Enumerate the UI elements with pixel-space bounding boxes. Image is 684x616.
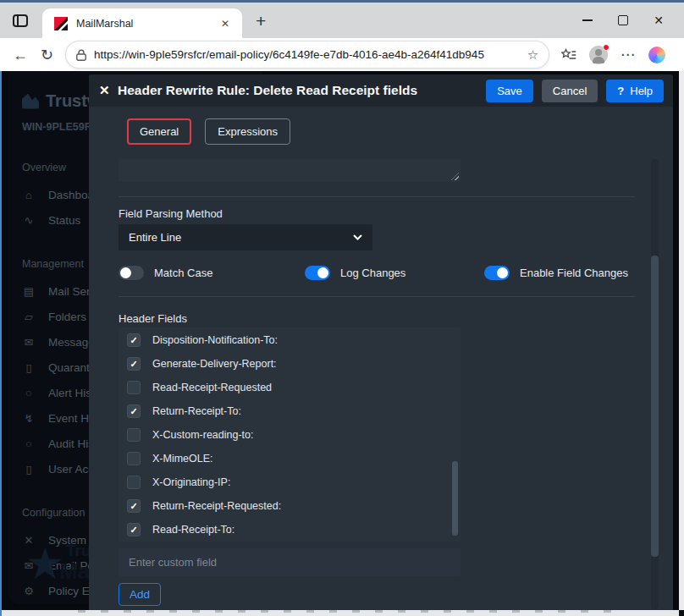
new-tab-icon[interactable]: + bbox=[256, 12, 266, 30]
match-case-toggle[interactable] bbox=[119, 266, 144, 280]
header-field-label: Return-Receipt-Requested: bbox=[152, 500, 281, 512]
page-footer-strip bbox=[2, 610, 679, 616]
back-icon[interactable]: ← bbox=[13, 47, 28, 63]
checkbox[interactable] bbox=[127, 428, 141, 442]
refresh-icon[interactable]: ↻ bbox=[41, 47, 53, 63]
checkbox[interactable]: ✓ bbox=[127, 523, 141, 536]
profile-avatar-icon[interactable] bbox=[589, 46, 608, 64]
checkbox[interactable] bbox=[127, 476, 141, 489]
enable-field-changes-toggle[interactable] bbox=[484, 266, 510, 280]
header-field-label: X-MimeOLE: bbox=[152, 453, 213, 465]
header-field-label: X-Custom-reading-to: bbox=[152, 429, 254, 441]
header-field-row[interactable]: X-MimeOLE: bbox=[119, 447, 461, 470]
header-field-label: Return-Receipt-To: bbox=[152, 405, 241, 417]
field-parsing-value: Entire Line bbox=[129, 231, 181, 244]
header-fields-label: Header Fields bbox=[119, 312, 187, 325]
cancel-button[interactable]: Cancel bbox=[542, 80, 598, 102]
checkbox[interactable] bbox=[127, 452, 141, 465]
tab-close-icon[interactable]: ✕ bbox=[217, 16, 234, 31]
help-button[interactable]: ?Help bbox=[606, 80, 664, 102]
browser-tab[interactable]: MailMarshal ✕ bbox=[42, 8, 242, 38]
header-field-row[interactable]: ✓Generate-Delivery-Report: bbox=[119, 352, 461, 376]
header-field-row[interactable]: ✓Return-Receipt-To: bbox=[119, 399, 461, 423]
page-background: Trustwave WIN-9PLE59RSFCR Overview⌂Dashb… bbox=[0, 71, 684, 616]
match-case-label: Match Case bbox=[154, 267, 212, 279]
field-parsing-label: Field Parsing Method bbox=[119, 207, 223, 220]
tab-expressions[interactable]: Expressions bbox=[205, 118, 290, 145]
divider bbox=[119, 296, 635, 297]
header-fields-list[interactable]: ✓Disposition-Notification-To:✓Generate-D… bbox=[119, 327, 461, 542]
browser-toolbar: ← ↻ https://win-9ple59rsfcr/email-policy… bbox=[0, 38, 684, 71]
chevron-down-icon bbox=[353, 234, 362, 240]
header-field-row[interactable]: Read-Receipt-Requested bbox=[119, 376, 461, 399]
description-textarea[interactable] bbox=[119, 159, 461, 182]
dialog-title: Header Rewrite Rule: Delete Read Receipt… bbox=[118, 83, 486, 98]
header-field-label: Generate-Delivery-Report: bbox=[152, 358, 277, 370]
field-parsing-select[interactable]: Entire Line bbox=[119, 224, 372, 250]
help-label: Help bbox=[630, 85, 653, 97]
dialog-actions: Save Cancel ?Help bbox=[486, 80, 664, 102]
header-field-label: Read-Receipt-Requested bbox=[152, 382, 272, 393]
workspaces-icon[interactable] bbox=[13, 14, 28, 27]
window-close-icon[interactable]: ✕ bbox=[654, 14, 664, 26]
header-field-label: X-Originating-IP: bbox=[152, 476, 230, 488]
url-text[interactable]: https://win-9ple59rsfcr/email-policy/6c4… bbox=[94, 48, 520, 61]
log-changes-label: Log Changes bbox=[340, 267, 405, 279]
checkbox[interactable]: ✓ bbox=[127, 404, 141, 418]
tab-strip: MailMarshal ✕ + ✕ bbox=[0, 0, 684, 38]
address-bar[interactable]: https://win-9ple59rsfcr/email-policy/6c4… bbox=[66, 41, 549, 68]
tab-general[interactable]: General bbox=[127, 118, 191, 145]
browser-window: MailMarshal ✕ + ✕ ← ↻ https://win-9ple59… bbox=[0, 0, 684, 616]
enable-field-changes-toggle-group: Enable Field Changes bbox=[484, 266, 628, 280]
tab-title: MailMarshal bbox=[76, 18, 217, 30]
enable-field-changes-label: Enable Field Changes bbox=[520, 267, 628, 279]
dialog-close-icon[interactable]: ✕ bbox=[99, 83, 118, 98]
match-case-toggle-group: Match Case bbox=[119, 266, 212, 280]
header-rewrite-rule-dialog: ✕ Header Rewrite Rule: Delete Read Recei… bbox=[89, 74, 673, 611]
minimize-icon[interactable] bbox=[582, 19, 593, 21]
custom-field-input[interactable] bbox=[119, 548, 461, 576]
dialog-scrollbar-thumb[interactable] bbox=[651, 256, 659, 557]
add-button[interactable]: Add bbox=[119, 583, 161, 606]
maximize-icon[interactable] bbox=[618, 15, 628, 25]
favorites-list-icon[interactable] bbox=[561, 48, 576, 62]
lock-icon bbox=[76, 49, 86, 61]
help-icon: ? bbox=[617, 85, 624, 97]
log-changes-toggle[interactable] bbox=[305, 266, 330, 280]
log-changes-toggle-group: Log Changes bbox=[305, 266, 405, 280]
header-field-row[interactable]: ✓Disposition-Notification-To: bbox=[119, 328, 461, 352]
divider bbox=[119, 196, 635, 197]
add-favorite-star-icon[interactable]: ☆ bbox=[527, 47, 538, 63]
header-field-row[interactable]: ✓Read-Receipt-To: bbox=[119, 518, 461, 542]
checkbox[interactable]: ✓ bbox=[127, 499, 141, 513]
notification-dot bbox=[603, 44, 610, 51]
header-field-row[interactable]: X-Custom-reading-to: bbox=[119, 423, 461, 447]
copilot-icon[interactable] bbox=[648, 47, 665, 63]
save-button[interactable]: Save bbox=[486, 80, 533, 102]
list-scrollbar[interactable] bbox=[452, 461, 458, 536]
checkbox[interactable]: ✓ bbox=[127, 357, 141, 371]
dialog-tabs: General Expressions bbox=[127, 118, 290, 145]
dialog-scrollbar-track[interactable] bbox=[651, 159, 659, 609]
resize-handle-icon[interactable] bbox=[451, 173, 459, 180]
dialog-header: ✕ Header Rewrite Rule: Delete Read Recei… bbox=[89, 74, 673, 107]
header-field-label: Read-Receipt-To: bbox=[152, 524, 234, 536]
checkbox[interactable]: ✓ bbox=[127, 333, 141, 347]
more-menu-icon[interactable]: ⋯ bbox=[621, 46, 636, 63]
window-controls: ✕ bbox=[582, 14, 664, 26]
mailmarshal-favicon bbox=[54, 17, 68, 30]
header-field-row[interactable]: X-Originating-IP: bbox=[119, 470, 461, 494]
header-field-row[interactable]: ✓Return-Receipt-Requested: bbox=[119, 494, 461, 518]
browser-scrollbar[interactable] bbox=[679, 71, 684, 610]
header-field-label: Disposition-Notification-To: bbox=[152, 334, 278, 346]
checkbox[interactable] bbox=[127, 381, 141, 394]
